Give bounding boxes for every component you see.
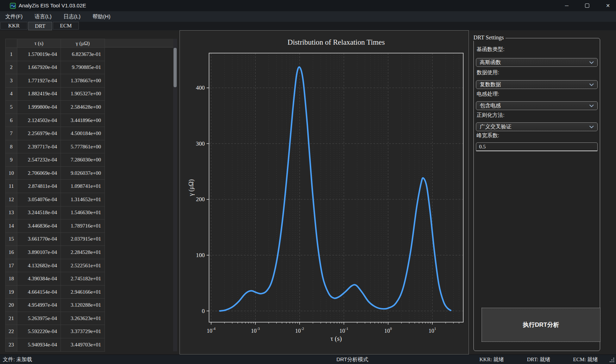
maximize-button[interactable] (579, 0, 595, 11)
gamma-value-cell[interactable]: 2.745182e+01 (61, 272, 105, 286)
row-number-cell[interactable]: 19 (6, 286, 17, 299)
tab-bar: KKR DRT ECM (0, 22, 616, 30)
tau-value-cell[interactable]: 1.771927e-04 (17, 74, 61, 88)
tau-value-cell[interactable]: 4.390384e-04 (17, 272, 61, 286)
gamma-value-cell[interactable]: 2.584628e+00 (61, 101, 105, 114)
gamma-value-cell[interactable]: 9.026037e+00 (61, 167, 105, 180)
gamma-value-cell[interactable]: 3.263623e+01 (61, 312, 105, 325)
gamma-value-cell[interactable]: 1.546630e+01 (61, 206, 105, 220)
tau-value-cell[interactable]: 3.446836e-04 (17, 219, 61, 233)
row-number-cell[interactable]: 4 (6, 88, 17, 101)
menu-file[interactable]: 文件(F) (1, 13, 26, 20)
tau-value-cell[interactable]: 2.874811e-04 (17, 180, 61, 193)
gamma-value-cell[interactable]: 9.790885e-01 (61, 61, 105, 75)
tau-value-cell[interactable]: 3.661770e-04 (17, 233, 61, 246)
gamma-value-cell[interactable]: 2.522561e+01 (61, 259, 105, 273)
tau-value-cell[interactable]: 1.570019e-04 (17, 48, 61, 61)
tau-value-cell[interactable]: 3.890107e-04 (17, 246, 61, 259)
tau-value-cell[interactable]: 1.999800e-04 (17, 101, 61, 114)
gamma-value-cell[interactable]: 2.284528e+01 (61, 246, 105, 259)
tau-value-cell[interactable]: 1.882419e-04 (17, 88, 61, 101)
tau-value-cell[interactable]: 2.706069e-04 (17, 167, 61, 180)
row-number-cell[interactable]: 10 (6, 167, 17, 180)
minimize-button[interactable]: ─ (559, 0, 575, 11)
gamma-value-cell[interactable]: 3.441896e+00 (61, 114, 105, 127)
row-number-cell[interactable]: 18 (6, 272, 17, 286)
row-number-cell[interactable]: 1 (6, 48, 17, 61)
gamma-value-cell[interactable]: 5.777861e+00 (61, 140, 105, 154)
tau-value-cell[interactable]: 5.592220e-04 (17, 325, 61, 338)
drt-result-table: τ (s) γ (μΩ) 11.570019e-046.823673e-0121… (5, 39, 105, 352)
gamma-value-cell[interactable]: 2.037915e+01 (61, 233, 105, 246)
row-number-cell[interactable]: 8 (6, 140, 17, 154)
gamma-value-cell[interactable]: 3.449703e+01 (61, 338, 105, 352)
row-number-cell[interactable]: 3 (6, 74, 17, 88)
row-number-cell[interactable]: 2 (6, 61, 17, 75)
tau-value-cell[interactable]: 1.667920e-04 (17, 61, 61, 75)
tau-value-cell[interactable]: 3.054076e-04 (17, 193, 61, 206)
tau-value-cell[interactable]: 4.664154e-04 (17, 286, 61, 299)
row-number-cell[interactable]: 13 (6, 206, 17, 220)
row-number-cell[interactable]: 5 (6, 101, 17, 114)
tab-ecm[interactable]: ECM (53, 22, 79, 30)
gamma-value-cell[interactable]: 1.098741e+01 (61, 180, 105, 193)
tau-value-cell[interactable]: 5.263975e-04 (17, 312, 61, 325)
row-number-cell[interactable]: 14 (6, 219, 17, 233)
gamma-value-cell[interactable]: 7.286030e+00 (61, 153, 105, 167)
drt-settings-panel: DRT Settings 基函数类型: 高斯函数 数据使用: 复数数据 电感处理… (469, 30, 616, 355)
basis-type-select[interactable]: 高斯函数 (476, 58, 598, 67)
gamma-value-cell[interactable]: 1.314652e+01 (61, 193, 105, 206)
tau-value-cell[interactable]: 4.954997e-04 (17, 299, 61, 312)
resize-grip[interactable] (613, 361, 614, 362)
tau-value-cell[interactable]: 4.132682e-04 (17, 259, 61, 273)
tau-value-cell[interactable]: 5.940934e-04 (17, 338, 61, 352)
gamma-value-cell[interactable]: 3.373729e+01 (61, 325, 105, 338)
row-number-cell[interactable]: 9 (6, 153, 17, 167)
gamma-value-cell[interactable]: 3.120288e+01 (61, 299, 105, 312)
tau-value-cell[interactable]: 2.397717e-04 (17, 140, 61, 154)
row-number-cell[interactable]: 12 (6, 193, 17, 206)
regularization-label: 正则化方法: (477, 112, 504, 119)
gamma-value-cell[interactable]: 2.946166e+01 (61, 286, 105, 299)
row-number-cell[interactable]: 21 (6, 312, 17, 325)
table-scrollbar-thumb[interactable] (174, 48, 177, 87)
inductance-select[interactable]: 包含电感 (476, 101, 598, 110)
y-axis-label: γ (μΩ) (188, 179, 195, 196)
status-drt: DRT: 就绪 (527, 356, 550, 363)
y-tick-label: 400 (196, 84, 205, 91)
data-usage-select[interactable]: 复数数据 (476, 80, 598, 89)
menu-help[interactable]: 帮助(H) (89, 13, 114, 20)
x-tick-label: 10-1 (339, 326, 348, 334)
row-number-cell[interactable]: 6 (6, 114, 17, 127)
row-number-cell[interactable]: 15 (6, 233, 17, 246)
regularization-value: 广义交叉验证 (480, 123, 511, 130)
drt-result-table-panel: τ (s) γ (μΩ) 11.570019e-046.823673e-0121… (0, 30, 180, 355)
gamma-value-cell[interactable]: 4.500184e+00 (61, 127, 105, 140)
run-drt-button[interactable]: 执行DRT分析 (482, 308, 601, 342)
tau-value-cell[interactable]: 2.547232e-04 (17, 153, 61, 167)
table-corner-cell (6, 39, 17, 48)
regularization-select[interactable]: 广义交叉验证 (476, 122, 598, 131)
row-number-cell[interactable]: 16 (6, 246, 17, 259)
row-number-cell[interactable]: 7 (6, 127, 17, 140)
row-number-cell[interactable]: 20 (6, 299, 17, 312)
gamma-value-cell[interactable]: 1.789716e+01 (61, 219, 105, 233)
table-scrollbar[interactable] (173, 39, 177, 351)
menu-language[interactable]: 语言(L) (31, 13, 55, 20)
tab-drt[interactable]: DRT (28, 22, 52, 30)
gamma-value-cell[interactable]: 1.905327e+00 (61, 88, 105, 101)
tau-value-cell[interactable]: 3.244518e-04 (17, 206, 61, 220)
menu-log[interactable]: 日志(L) (60, 13, 84, 20)
row-number-cell[interactable]: 22 (6, 325, 17, 338)
row-number-cell[interactable]: 23 (6, 338, 17, 352)
tau-value-cell[interactable]: 2.124502e-04 (17, 114, 61, 127)
row-number-cell[interactable]: 11 (6, 180, 17, 193)
row-number-cell[interactable]: 17 (6, 259, 17, 273)
close-button[interactable]: ✕ (600, 0, 616, 11)
gamma-value-cell[interactable]: 6.823673e-01 (61, 48, 105, 61)
peak-width-input[interactable] (476, 142, 598, 151)
gamma-value-cell[interactable]: 1.378667e+00 (61, 74, 105, 88)
tab-kkr[interactable]: KKR (0, 22, 27, 30)
data-usage-value: 复数数据 (480, 81, 501, 88)
tau-value-cell[interactable]: 2.256979e-04 (17, 127, 61, 140)
